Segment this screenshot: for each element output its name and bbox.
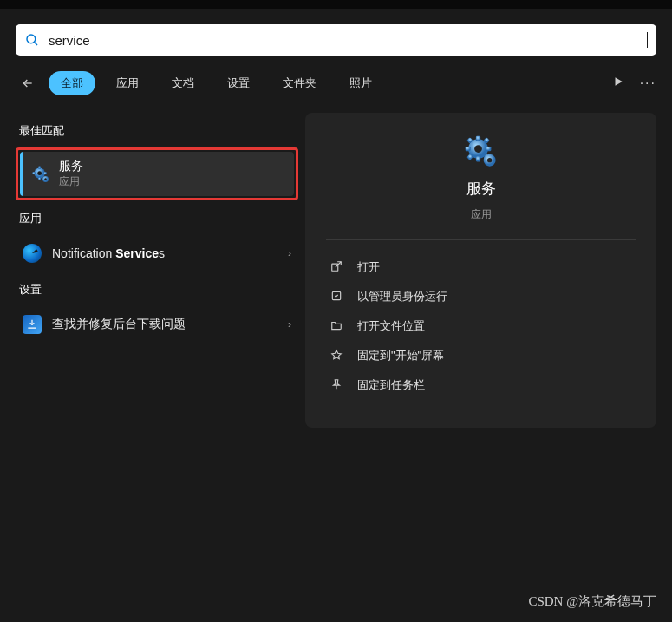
app-result-item[interactable]: Notification Services › — [16, 235, 298, 272]
svg-point-7 — [37, 171, 42, 175]
action-pin-to-start[interactable]: 固定到"开始"屏幕 — [326, 341, 636, 370]
action-label: 固定到任务栏 — [357, 377, 425, 393]
text-cursor — [647, 32, 648, 48]
best-match-subtitle: 应用 — [59, 174, 83, 189]
filter-settings[interactable]: 设置 — [215, 71, 262, 95]
svg-line-1 — [35, 43, 37, 45]
folder-icon — [329, 319, 343, 334]
action-label: 打开 — [357, 259, 380, 275]
app-result-label: Notification Services — [52, 246, 277, 260]
preview-subtitle: 应用 — [471, 207, 492, 222]
filter-docs[interactable]: 文档 — [160, 71, 206, 95]
action-open-file-location[interactable]: 打开文件位置 — [326, 311, 636, 341]
settings-result-item[interactable]: 查找并修复后台下载问题 › — [16, 306, 298, 343]
search-icon — [24, 32, 40, 48]
svg-point-0 — [27, 35, 36, 43]
svg-rect-3 — [38, 166, 41, 168]
action-label: 以管理员身份运行 — [357, 289, 447, 304]
best-match-highlight: 服务 应用 — [16, 147, 298, 200]
action-label: 固定到"开始"屏幕 — [357, 348, 444, 363]
preview-actions: 打开 以管理员身份运行 打开文件位置 固定到"开始"屏幕 固定到任务栏 — [326, 252, 636, 400]
section-best-match: 最佳匹配 — [19, 123, 298, 139]
section-apps: 应用 — [19, 211, 298, 226]
download-troubleshoot-icon — [23, 315, 42, 334]
best-match-item[interactable]: 服务 应用 — [20, 152, 294, 196]
section-settings: 设置 — [19, 282, 298, 298]
filter-chips: 全部 应用 文档 设置 文件夹 照片 — [49, 71, 612, 95]
more-icon[interactable]: ··· — [640, 75, 656, 91]
action-pin-to-taskbar[interactable]: 固定到任务栏 — [326, 370, 636, 400]
svg-rect-4 — [38, 177, 41, 180]
search-input[interactable] — [49, 33, 645, 48]
svg-rect-22 — [332, 264, 338, 271]
svg-rect-12 — [475, 156, 480, 161]
play-icon[interactable] — [612, 75, 624, 91]
preview-app-icon — [463, 134, 499, 170]
search-bar[interactable] — [16, 24, 656, 56]
action-open[interactable]: 打开 — [326, 252, 636, 282]
svg-rect-13 — [465, 147, 470, 151]
filter-apps[interactable]: 应用 — [104, 71, 151, 95]
svg-rect-6 — [43, 172, 46, 174]
services-gear-icon — [31, 165, 50, 184]
svg-point-9 — [44, 178, 46, 180]
watermark: CSDN @洛克希德马丁 — [528, 593, 656, 610]
pin-icon — [329, 349, 343, 363]
pin-taskbar-icon — [329, 378, 343, 393]
action-label: 打开文件位置 — [357, 318, 425, 334]
svg-rect-14 — [486, 147, 491, 151]
settings-result-label: 查找并修复后台下载问题 — [52, 317, 277, 332]
action-run-as-admin[interactable]: 以管理员身份运行 — [326, 282, 636, 311]
preview-title: 服务 — [466, 179, 496, 199]
filter-folders[interactable]: 文件夹 — [271, 71, 329, 95]
chevron-right-icon: › — [288, 247, 291, 259]
svg-point-21 — [487, 158, 492, 162]
best-match-title: 服务 — [59, 159, 83, 174]
back-button[interactable] — [16, 71, 40, 95]
filter-photos[interactable]: 照片 — [337, 71, 384, 95]
open-icon — [329, 260, 343, 275]
shield-icon — [329, 290, 343, 304]
svg-rect-11 — [475, 136, 480, 141]
svg-point-19 — [474, 145, 482, 153]
edge-icon — [23, 244, 42, 263]
preview-pane: 服务 应用 打开 以管理员身份运行 打开文件位置 固定到"开 — [305, 113, 656, 428]
svg-rect-5 — [32, 172, 35, 174]
filter-all[interactable]: 全部 — [49, 71, 95, 95]
results-list: 最佳匹配 服务 应用 应用 Notification Services — [16, 113, 298, 428]
chevron-right-icon: › — [288, 318, 291, 331]
